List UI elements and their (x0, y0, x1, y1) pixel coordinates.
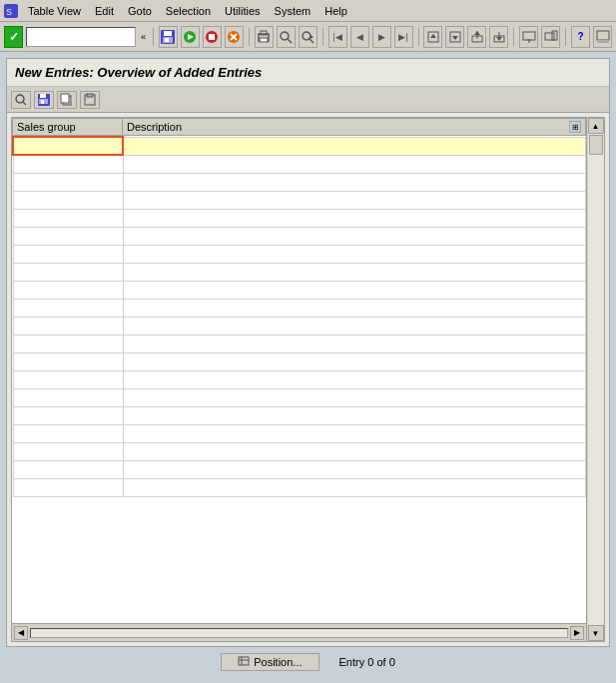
sub-paste-button[interactable] (80, 91, 100, 109)
sub-copy-button[interactable] (57, 91, 77, 109)
menu-utilities[interactable]: Utilities (219, 4, 266, 18)
scroll-up-button[interactable]: ▲ (588, 118, 604, 134)
settings-icon (596, 30, 610, 44)
menu-selection[interactable]: Selection (160, 4, 217, 18)
scroll-thumb[interactable] (589, 135, 603, 155)
scroll-down-button[interactable]: ▼ (588, 625, 604, 641)
settings-button[interactable] (593, 26, 612, 48)
cell-desc (123, 370, 586, 388)
table-row[interactable] (13, 442, 586, 460)
cell-sales-group-1[interactable] (13, 137, 123, 155)
data-table (12, 136, 586, 497)
table-row[interactable] (13, 388, 586, 406)
cell-sg (13, 209, 123, 227)
cell-sg (13, 352, 123, 370)
svg-rect-43 (41, 100, 44, 104)
menu-help[interactable]: Help (318, 4, 353, 18)
sub-save-button[interactable] (34, 91, 54, 109)
print-icon (257, 30, 271, 44)
position-button[interactable]: Position... (221, 653, 318, 671)
svg-rect-5 (165, 38, 169, 42)
table-row[interactable] (13, 424, 586, 442)
cell-sg (13, 281, 123, 299)
find-next-button[interactable] (299, 26, 317, 48)
cell-desc (123, 263, 586, 281)
scroll-right-button[interactable]: ▶ (570, 626, 584, 640)
svg-rect-45 (61, 94, 69, 103)
sub-search-button[interactable] (11, 91, 31, 109)
menu-goto[interactable]: Goto (122, 4, 158, 18)
menu-system[interactable]: System (269, 4, 317, 18)
column-settings-icon[interactable]: ⊞ (569, 121, 581, 133)
table-row[interactable] (13, 173, 586, 191)
table-row[interactable] (13, 299, 586, 317)
table-row[interactable] (13, 137, 586, 155)
table-row[interactable] (13, 352, 586, 370)
data-table-header: Sales group Description ⊞ (12, 118, 586, 136)
svg-rect-15 (260, 38, 268, 42)
col-header-sales-group: Sales group (13, 119, 123, 136)
sub-save-icon (37, 93, 51, 107)
upload-button[interactable] (467, 26, 486, 48)
separator-4 (418, 28, 419, 46)
svg-rect-34 (545, 33, 554, 40)
horizontal-scrollbar[interactable]: ◀ ▶ (12, 623, 586, 641)
next-record-button[interactable]: ▶ (372, 26, 391, 48)
print-button[interactable] (255, 26, 274, 48)
cell-desc (123, 424, 586, 442)
table-row[interactable] (13, 209, 586, 227)
stop-icon (205, 30, 219, 44)
cell-sg (13, 442, 123, 460)
table-row[interactable] (13, 406, 586, 424)
export-icon (448, 30, 462, 44)
table-row[interactable] (13, 191, 586, 209)
help-button[interactable]: ? (571, 26, 590, 48)
first-record-button[interactable]: |◀ (328, 26, 347, 48)
table-row[interactable] (13, 281, 586, 299)
monitor-button[interactable] (519, 26, 538, 48)
cell-desc (123, 155, 586, 173)
table-row[interactable] (13, 227, 586, 245)
save-button[interactable] (159, 26, 178, 48)
scroll-track[interactable] (30, 628, 568, 638)
export-button[interactable] (445, 26, 464, 48)
cell-sg (13, 460, 123, 478)
panel-title: New Entries: Overview of Added Entries (15, 65, 601, 80)
table-row[interactable] (13, 370, 586, 388)
download-button[interactable] (489, 26, 508, 48)
table-row[interactable] (13, 317, 586, 335)
table-row[interactable] (13, 263, 586, 281)
menu-edit[interactable]: Edit (89, 4, 120, 18)
nav-prev-button[interactable]: « (139, 32, 148, 42)
table-row[interactable] (13, 460, 586, 478)
table-row[interactable] (13, 478, 586, 496)
upload-icon (470, 30, 484, 44)
find-button[interactable] (277, 26, 296, 48)
table-body-scroll[interactable] (12, 136, 586, 623)
stop-button[interactable] (203, 26, 222, 48)
execute-button[interactable] (181, 26, 200, 48)
last-record-button[interactable]: ▶| (394, 26, 413, 48)
svg-point-38 (16, 95, 24, 103)
confirm-button[interactable]: ✓ (4, 26, 23, 48)
entry-status: Entry 0 of 0 (339, 656, 395, 668)
svg-line-17 (288, 39, 292, 43)
cell-desc (123, 388, 586, 406)
command-input[interactable] (26, 27, 136, 47)
menu-table-view[interactable]: Table View (22, 4, 87, 18)
table-header-row: Sales group Description ⊞ (13, 119, 586, 136)
cell-sg (13, 173, 123, 191)
alternate-monitor-button[interactable] (541, 26, 560, 48)
cell-desc (123, 406, 586, 424)
cancel-button[interactable] (225, 26, 244, 48)
scroll-left-button[interactable]: ◀ (14, 626, 28, 640)
alternate-monitor-icon (544, 30, 558, 44)
table-row[interactable] (13, 155, 586, 173)
table-body (13, 137, 586, 496)
vertical-scrollbar[interactable]: ▲ ▼ (586, 118, 604, 641)
table-row[interactable] (13, 335, 586, 352)
import-button[interactable] (423, 26, 442, 48)
prev-record-button[interactable]: ◀ (350, 26, 369, 48)
table-row[interactable] (13, 245, 586, 263)
cell-description-1[interactable] (123, 137, 586, 155)
